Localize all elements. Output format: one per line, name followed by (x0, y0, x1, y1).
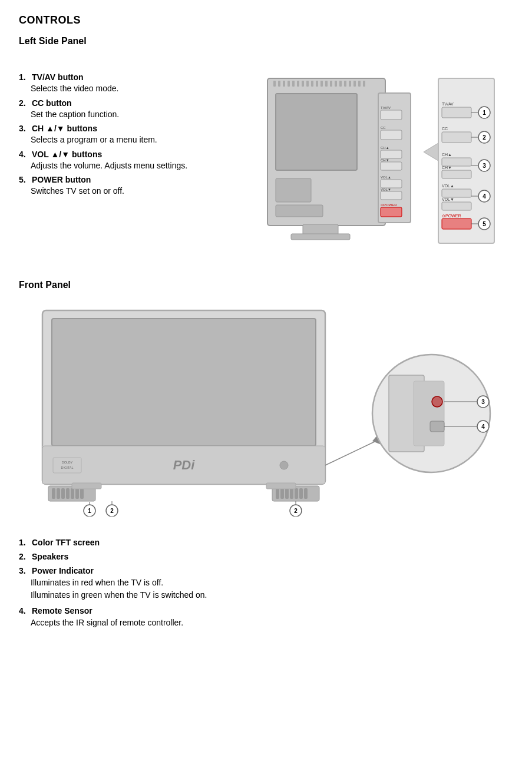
svg-text:TV/AV: TV/AV (381, 106, 391, 110)
front-panel-list: 1. Color TFT screen 2. Speakers 3. Power… (19, 528, 513, 629)
svg-rect-25 (291, 234, 350, 240)
item-desc: Switches TV set on or off. (19, 186, 219, 197)
svg-text:5: 5 (483, 221, 486, 227)
item-num: 4. (19, 150, 29, 159)
left-side-panel-section: Left Side Panel 1. TV/AV button Selects … (19, 36, 513, 261)
svg-rect-63 (442, 202, 471, 210)
svg-text:1: 1 (88, 508, 91, 514)
svg-text:CH▲: CH▲ (442, 153, 452, 157)
item-label: VOL ▲/▼ buttons (32, 150, 102, 159)
svg-rect-92 (285, 488, 289, 499)
svg-rect-93 (290, 488, 293, 499)
svg-rect-94 (295, 488, 298, 499)
svg-point-80 (280, 461, 288, 469)
svg-text:VOL▲: VOL▲ (381, 176, 391, 179)
power-indicator-desc-2: Illuminates in green when the TV is swit… (31, 589, 513, 601)
svg-rect-84 (61, 488, 65, 499)
svg-rect-23 (276, 205, 323, 217)
item-desc: Accepts the IR signal of remote controll… (19, 617, 513, 629)
svg-rect-22 (276, 178, 311, 202)
item-label: CH ▲/▼ buttons (32, 124, 97, 133)
svg-rect-19 (358, 81, 361, 87)
svg-text:4: 4 (483, 193, 486, 200)
svg-text:DIGITAL: DIGITAL (61, 466, 73, 469)
svg-text:CH▲: CH▲ (381, 146, 389, 150)
svg-rect-4 (288, 81, 290, 87)
svg-text:PDi: PDi (173, 458, 195, 472)
svg-text:⊙POWER: ⊙POWER (381, 203, 397, 207)
svg-rect-12 (325, 81, 328, 87)
svg-rect-34 (381, 162, 402, 170)
svg-rect-13 (330, 81, 332, 87)
power-indicator-desc-1: Illuminates in red when the TV is off. (31, 577, 513, 589)
item-num: 1. (19, 72, 29, 82)
front-panel-illustration: PDi DOLBY DIGITAL (25, 299, 508, 517)
list-item: 5. POWER button Switches TV set on or of… (19, 175, 219, 197)
svg-rect-32 (381, 150, 402, 158)
item-num: 5. (19, 175, 29, 184)
left-panel-illustration: TV/AV CC CH▲ CH▼ VOL▲ VOL▼ ⊙PO (250, 61, 497, 261)
svg-rect-83 (57, 488, 60, 499)
left-side-panel-content: 1. TV/AV button Selects the video mode. … (19, 55, 513, 261)
item-num: 1. (19, 538, 29, 547)
left-side-panel-title: Left Side Panel (19, 36, 513, 47)
svg-text:4: 4 (481, 423, 485, 430)
svg-rect-14 (335, 81, 337, 87)
item-num: 3. (19, 124, 29, 133)
svg-point-113 (432, 396, 442, 407)
svg-rect-3 (283, 81, 285, 87)
svg-rect-77 (53, 458, 81, 473)
left-panel-svg-container: TV/AV CC CH▲ CH▼ VOL▲ VOL▼ ⊙PO (250, 61, 497, 261)
svg-rect-88 (80, 488, 84, 499)
item-desc: Selects the video mode. (19, 83, 219, 95)
item-label: TV/AV button (32, 72, 84, 82)
svg-rect-15 (339, 81, 342, 87)
item-desc: Set the caption function. (19, 109, 219, 121)
svg-text:2: 2 (483, 134, 486, 141)
svg-marker-41 (424, 143, 438, 161)
list-item: 4. Remote Sensor Accepts the IR signal o… (19, 606, 513, 629)
item-num: 2. (19, 98, 29, 108)
svg-text:CC: CC (381, 126, 386, 130)
list-item: 1. Color TFT screen (19, 538, 513, 547)
front-panel-items: 1. Color TFT screen 2. Speakers 3. Power… (19, 538, 513, 629)
item-label: Color TFT screen (32, 538, 100, 547)
svg-text:2: 2 (110, 508, 114, 514)
svg-rect-91 (280, 488, 284, 499)
svg-rect-7 (302, 81, 304, 87)
svg-rect-9 (311, 81, 313, 87)
svg-text:2: 2 (294, 508, 298, 514)
list-item: 3. CH ▲/▼ buttons Selects a program or a… (19, 124, 219, 146)
svg-rect-86 (71, 488, 74, 499)
svg-rect-10 (316, 81, 318, 87)
svg-rect-112 (414, 381, 444, 446)
svg-rect-21 (276, 94, 357, 170)
svg-rect-114 (430, 421, 444, 432)
svg-text:VOL▼: VOL▼ (381, 188, 391, 191)
item-num: 2. (19, 552, 29, 561)
svg-text:3: 3 (481, 399, 485, 405)
svg-rect-40 (381, 207, 402, 217)
item-label: Remote Sensor (32, 606, 92, 615)
svg-text:⊙POWER: ⊙POWER (442, 214, 461, 218)
front-panel-diagram-container: PDi DOLBY DIGITAL (19, 299, 513, 517)
svg-rect-5 (292, 81, 295, 87)
svg-rect-68 (442, 219, 471, 229)
left-side-items: 1. TV/AV button Selects the video mode. … (19, 72, 219, 197)
svg-rect-11 (320, 81, 323, 87)
svg-rect-87 (75, 488, 79, 499)
front-panel-title: Front Panel (19, 280, 513, 290)
svg-text:CC: CC (442, 127, 448, 131)
svg-text:TV/AV: TV/AV (442, 102, 454, 106)
svg-rect-16 (344, 81, 346, 87)
list-item: 2. Speakers (19, 552, 513, 561)
svg-text:VOL▼: VOL▼ (442, 197, 454, 201)
svg-text:1: 1 (483, 110, 486, 116)
svg-rect-54 (442, 158, 471, 166)
svg-text:VOL▲: VOL▲ (442, 184, 454, 188)
svg-rect-2 (278, 81, 280, 87)
svg-rect-56 (442, 170, 471, 178)
item-num: 3. (19, 566, 29, 575)
left-side-list: 1. TV/AV button Selects the video mode. … (19, 55, 219, 201)
svg-rect-95 (299, 488, 303, 499)
